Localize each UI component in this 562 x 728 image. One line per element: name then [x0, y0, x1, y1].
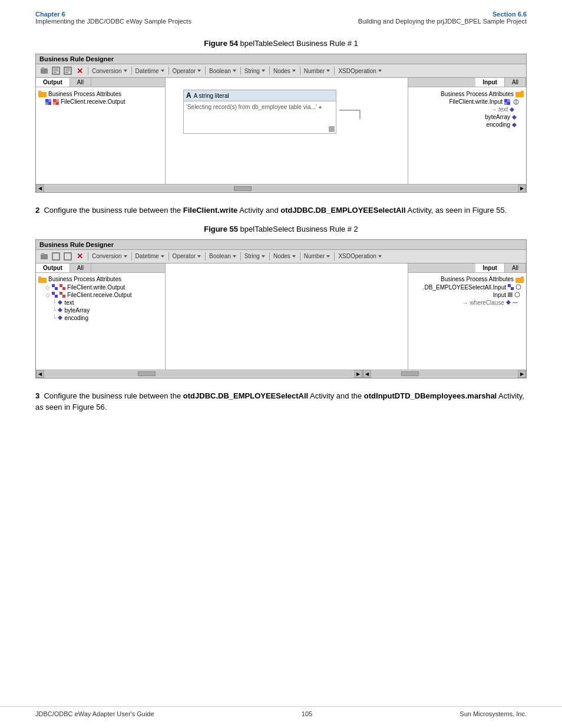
toolbar2-boolean[interactable]: Boolean — [209, 253, 237, 259]
toolbar-delete-icon[interactable]: ✕ — [75, 66, 84, 75]
scroll-right-2b[interactable]: ▶ — [518, 370, 526, 378]
header-left: Chapter 6 Implementing the JDBC/ODBC eWa… — [35, 11, 191, 25]
tab-output-1[interactable]: Output — [36, 78, 70, 87]
svg-rect-47 — [511, 287, 514, 290]
toolbar-icon-2[interactable] — [51, 66, 61, 75]
scroll-track-1[interactable] — [45, 186, 517, 191]
brd-panels-2: Output All Business Process Attributes ◇… — [36, 263, 526, 370]
svg-rect-36 — [62, 287, 65, 290]
toolbar2-sep-4 — [205, 252, 206, 261]
svg-rect-40 — [62, 295, 65, 298]
svg-rect-29 — [52, 253, 59, 260]
toolbar2-sep-1 — [88, 252, 88, 261]
toolbar2-delete-icon[interactable]: ✕ — [75, 252, 84, 261]
brd-right-tabs-1: Input All — [408, 78, 526, 87]
step3-num: 3 — [35, 391, 39, 400]
brd-center-panel-1: A A string literal 'Selecting record(s) … — [166, 78, 408, 184]
right-tree-item: encoding — [411, 121, 517, 129]
svg-rect-16 — [515, 92, 524, 97]
toolbar-sep-5 — [240, 67, 241, 75]
scroll-thumb-2a — [138, 371, 156, 376]
svg-point-48 — [516, 285, 521, 289]
toolbar-sep-4 — [205, 67, 206, 75]
svg-rect-38 — [55, 295, 58, 298]
toolbar-number[interactable]: Number — [304, 68, 331, 74]
brd-panels-1: Output All Business Process Attributes F… — [36, 78, 526, 184]
brd-left-panel-2: Output All Business Process Attributes ◇… — [36, 263, 166, 370]
svg-rect-10 — [53, 99, 56, 102]
step3-text: 3 Configure the business rule between th… — [35, 390, 527, 413]
right-tree-item: → text — [411, 106, 517, 113]
tab-all-left-2[interactable]: All — [70, 263, 91, 272]
tab-input-2[interactable]: Input — [475, 263, 504, 272]
page-header: Chapter 6 Implementing the JDBC/ODBC eWa… — [0, 0, 562, 27]
toolbar-nodes[interactable]: Nodes — [273, 68, 296, 74]
right-tree-item: Business Process Attributes — [411, 275, 524, 284]
svg-rect-4 — [38, 92, 47, 97]
toolbar2-icon-1[interactable] — [39, 252, 49, 261]
scroll-section-left: ◀ ▶ — [36, 370, 362, 378]
scroll-right-2a[interactable]: ▶ — [354, 370, 362, 378]
tab-output-2[interactable]: Output — [36, 263, 70, 272]
brd-right-tree-2: Business Process Attributes .DB_EMPLOYEE… — [408, 273, 526, 309]
toolbar2-nodes[interactable]: Nodes — [273, 253, 296, 259]
scroll-thumb-2b — [401, 371, 419, 376]
toolbar-xsd[interactable]: XSDOperation — [338, 68, 382, 74]
svg-rect-34 — [55, 287, 58, 290]
svg-rect-32 — [38, 276, 41, 278]
svg-rect-0 — [41, 68, 48, 74]
scroll-left-2a[interactable]: ◀ — [36, 370, 44, 378]
scroll-track-2a[interactable] — [45, 371, 353, 376]
tab-all-right-1[interactable]: All — [505, 78, 526, 87]
svg-marker-25 — [512, 115, 517, 120]
toolbar2-string[interactable]: String — [244, 253, 266, 259]
scroll-left-btn-1[interactable]: ◀ — [36, 185, 44, 193]
toolbar-boolean[interactable]: Boolean — [209, 68, 237, 74]
svg-rect-19 — [507, 102, 510, 105]
toolbar-icon-3[interactable] — [63, 66, 72, 75]
toolbar2-xsd[interactable]: XSDOperation — [338, 253, 382, 259]
toolbar2-icon-2[interactable] — [51, 252, 61, 261]
toolbar-sep-1 — [88, 67, 88, 75]
toolbar-sep-8 — [334, 67, 335, 75]
toolbar-string[interactable]: String — [244, 68, 266, 74]
toolbar-datetime[interactable]: Datetime — [135, 68, 165, 74]
chapter-subtitle: Implementing the JDBC/ODBC eWay Sample P… — [35, 18, 191, 25]
tree-item: FileClient.receive.Output — [45, 98, 163, 106]
scroll-right-btn-1[interactable]: ▶ — [518, 185, 526, 193]
toolbar2-sep-7 — [300, 252, 300, 261]
brd-toolbar-2: ✕ Conversion Datetime Operator Boolean — [36, 250, 526, 263]
tab-all-right-2[interactable]: All — [505, 263, 526, 272]
toolbar-sep-7 — [300, 67, 300, 75]
toolbar2-number[interactable]: Number — [304, 253, 331, 259]
toolbar2-sep-2 — [131, 252, 132, 261]
figure55-title: Figure 55 bpelTableSelect Business Rule … — [35, 225, 527, 233]
svg-rect-27 — [41, 254, 48, 259]
scroll-track-2b[interactable] — [372, 371, 517, 376]
toolbar2-operator[interactable]: Operator — [173, 253, 201, 259]
main-content: Figure 54 bpelTableSelect Business Rule … — [0, 27, 562, 433]
right-tree-item: Input — [411, 291, 520, 299]
figure54-title: Figure 54 bpelTableSelect Business Rule … — [35, 39, 527, 48]
section-title: Section 6.6 — [358, 11, 527, 18]
tab-all-left-1[interactable]: All — [70, 78, 91, 87]
svg-rect-7 — [48, 102, 51, 105]
svg-marker-24 — [510, 107, 514, 112]
toolbar-sep-2 — [131, 67, 132, 75]
brd-figure54: Business Rule Designer ✕ Conversion Date… — [35, 54, 527, 193]
svg-rect-31 — [38, 278, 47, 283]
brd-scroll-2: ◀ ▶ ◀ ▶ — [36, 370, 526, 378]
tab-input-1[interactable]: Input — [475, 78, 504, 87]
svg-marker-42 — [58, 308, 62, 312]
brd-right-tree-1: Business Process Attributes FileClient.w… — [408, 87, 526, 131]
toolbar-icon-1[interactable] — [39, 66, 49, 75]
svg-rect-1 — [42, 67, 44, 69]
toolbar2-conversion[interactable]: Conversion — [92, 253, 128, 259]
toolbar2-datetime[interactable]: Datetime — [135, 253, 165, 259]
brd-titlebar-2: Business Rule Designer — [36, 240, 526, 250]
toolbar-conversion[interactable]: Conversion — [92, 68, 128, 74]
svg-point-50 — [515, 292, 520, 297]
toolbar-operator[interactable]: Operator — [173, 68, 201, 74]
toolbar2-icon-3[interactable] — [63, 252, 72, 261]
scroll-left-2b[interactable]: ◀ — [363, 370, 371, 378]
